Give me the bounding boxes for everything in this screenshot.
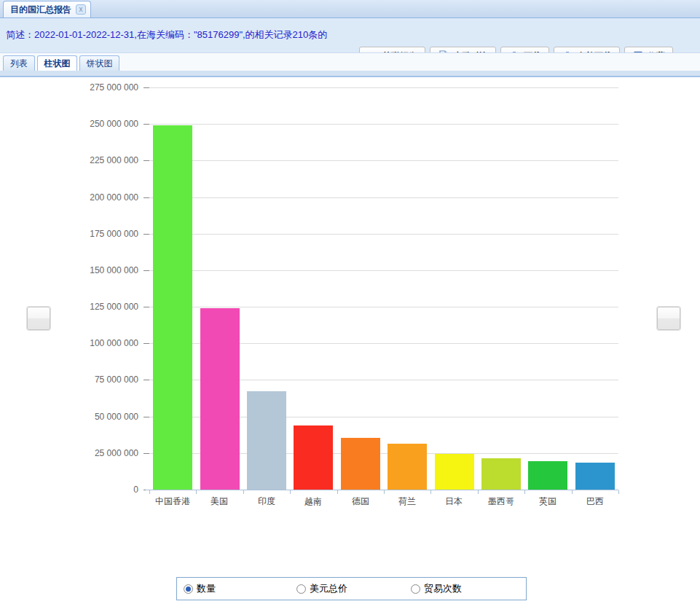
y-axis-tick [143, 307, 149, 307]
x-axis-tick [430, 490, 431, 494]
bar[interactable] [528, 461, 567, 490]
gridline [149, 197, 618, 198]
view-tab-bar: 列表 柱状图 饼状图 [0, 52, 700, 71]
x-axis-tick [384, 490, 385, 494]
metric-panel: 数量 美元总价 贸易次数 [176, 577, 527, 600]
window-tab-bar: 目的国汇总报告 x [0, 0, 700, 18]
y-axis-label: 0 [62, 484, 138, 495]
bar[interactable] [153, 125, 192, 490]
y-axis-label: 50 000 000 [62, 412, 138, 422]
y-axis-tick [143, 380, 149, 380]
bar[interactable] [435, 454, 474, 490]
y-axis-tick [143, 343, 149, 344]
bar[interactable] [200, 308, 240, 490]
y-axis-label: 175 000 000 [62, 229, 138, 239]
y-axis-label: 150 000 000 [62, 265, 138, 275]
y-axis-tick [143, 417, 149, 417]
y-axis-tick [143, 197, 149, 198]
metric-option-usd-total[interactable]: 美元总价 [296, 582, 347, 595]
toolbar: 简述：2022-01-01-2022-12-31,在海关编码："85176299… [0, 18, 700, 52]
metric-label: 美元总价 [310, 582, 347, 595]
gridline [149, 87, 618, 88]
gridline [149, 124, 618, 125]
y-axis-tick [143, 124, 149, 125]
x-axis-tick [618, 490, 619, 494]
window-tab-title: 目的国汇总报告 [10, 4, 71, 16]
gridline [149, 270, 618, 271]
x-axis-label: 荷兰 [384, 495, 430, 508]
x-axis-label: 英国 [524, 495, 571, 508]
y-axis-label: 25 000 000 [62, 448, 138, 458]
bar[interactable] [388, 444, 427, 490]
bar[interactable] [481, 458, 521, 490]
y-axis-tick [143, 87, 149, 88]
tab-label: 列表 [10, 58, 28, 70]
gridline [149, 160, 618, 161]
y-axis-tick [143, 270, 149, 271]
y-axis-label: 200 000 000 [62, 192, 138, 203]
x-axis-label: 日本 [430, 495, 477, 508]
y-axis-label: 125 000 000 [62, 302, 138, 312]
bar[interactable] [575, 463, 615, 490]
y-axis-label: 100 000 000 [62, 338, 138, 348]
tab-pie-chart-view[interactable]: 饼状图 [79, 55, 119, 71]
scroll-left-button[interactable] [27, 307, 50, 330]
tab-list-view[interactable]: 列表 [3, 55, 35, 71]
x-axis-label: 德国 [337, 495, 384, 508]
x-axis-tick [337, 490, 338, 494]
x-axis-label: 越南 [290, 495, 337, 508]
x-axis-tick [524, 490, 525, 494]
gridline [149, 234, 618, 235]
tab-label: 饼状图 [87, 58, 113, 70]
x-axis-tick [478, 490, 479, 494]
y-axis-tick [143, 234, 149, 235]
bar[interactable] [247, 391, 286, 490]
x-axis-tick [572, 490, 573, 494]
tab-label: 柱状图 [44, 58, 71, 70]
y-axis-tick [143, 453, 149, 454]
y-axis-label: 275 000 000 [62, 82, 138, 93]
y-axis-label: 250 000 000 [62, 119, 138, 129]
x-axis-line [146, 490, 618, 490]
chart-canvas: 025 000 00050 000 00075 000 000100 000 0… [0, 77, 700, 561]
x-axis-tick [290, 490, 291, 494]
tab-strip-divider [0, 71, 700, 77]
x-axis-label: 印度 [243, 495, 290, 508]
y-axis-tick [143, 160, 149, 161]
metric-option-trade-count[interactable]: 贸易次数 [411, 582, 462, 595]
tab-close-icon[interactable]: x [76, 4, 86, 15]
x-axis-label: 美国 [196, 495, 243, 508]
app-window: 目的国汇总报告 x 简述：2022-01-01-2022-12-31,在海关编码… [0, 0, 700, 612]
radio-icon[interactable] [411, 584, 420, 594]
radio-selected-icon[interactable] [184, 584, 193, 594]
x-axis-tick [196, 490, 197, 494]
scroll-right-button[interactable] [657, 307, 680, 330]
x-axis-label: 中国香港 [149, 495, 196, 508]
window-tab[interactable]: 目的国汇总报告 x [3, 1, 91, 17]
metric-label: 数量 [197, 582, 216, 595]
y-axis-label: 75 000 000 [62, 374, 138, 385]
metric-option-quantity[interactable]: 数量 [184, 582, 216, 595]
gridline [149, 307, 618, 307]
y-axis-label: 225 000 000 [62, 155, 138, 165]
x-axis-label: 墨西哥 [478, 495, 524, 508]
summary-text: 简述：2022-01-01-2022-12-31,在海关编码："85176299… [6, 28, 327, 42]
x-axis-tick [149, 490, 150, 494]
bar[interactable] [341, 438, 380, 490]
x-axis-label: 巴西 [572, 495, 618, 508]
metric-label: 贸易次数 [424, 582, 462, 595]
radio-icon[interactable] [296, 584, 306, 594]
tab-bar-chart-view[interactable]: 柱状图 [37, 55, 77, 71]
x-axis-tick [243, 490, 244, 494]
bar[interactable] [294, 425, 333, 490]
